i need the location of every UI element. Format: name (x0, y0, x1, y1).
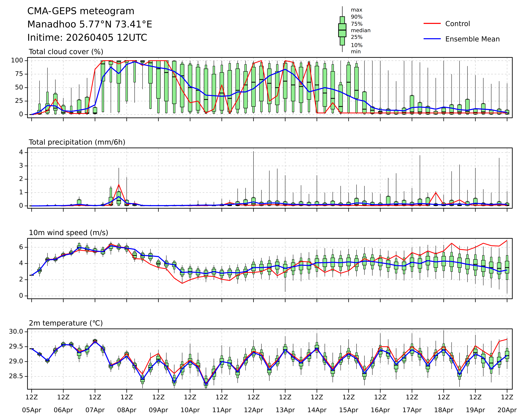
meteogram-figure: CMA-GEPS meteogram Manadhoo 5.77°N 73.41… (0, 0, 524, 420)
meteogram-canvas (0, 0, 524, 420)
